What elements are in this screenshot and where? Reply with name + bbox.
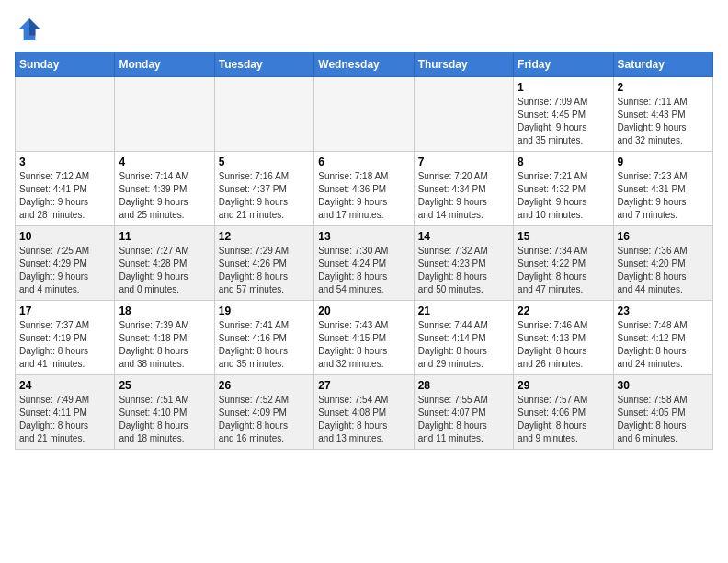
- weekday-header-saturday: Saturday: [613, 52, 712, 77]
- calendar-cell: 17Sunrise: 7:37 AM Sunset: 4:19 PM Dayli…: [16, 301, 115, 375]
- day-info: Sunrise: 7:11 AM Sunset: 4:43 PM Dayligh…: [618, 96, 709, 147]
- day-number: 11: [119, 230, 210, 243]
- day-number: 12: [219, 230, 310, 243]
- day-info: Sunrise: 7:14 AM Sunset: 4:39 PM Dayligh…: [119, 170, 210, 222]
- day-info: Sunrise: 7:29 AM Sunset: 4:26 PM Dayligh…: [219, 245, 310, 296]
- weekday-header-wednesday: Wednesday: [314, 52, 414, 77]
- calendar-cell: [16, 77, 115, 152]
- day-number: 25: [119, 379, 210, 392]
- week-row-4: 17Sunrise: 7:37 AM Sunset: 4:19 PM Dayli…: [16, 301, 713, 375]
- weekday-header-tuesday: Tuesday: [214, 52, 313, 77]
- day-number: 28: [418, 379, 509, 392]
- calendar-header: SundayMondayTuesdayWednesdayThursdayFrid…: [16, 52, 713, 77]
- calendar-cell: 6Sunrise: 7:18 AM Sunset: 4:36 PM Daylig…: [314, 152, 414, 226]
- calendar-cell: 21Sunrise: 7:44 AM Sunset: 4:14 PM Dayli…: [414, 301, 513, 375]
- calendar-cell: 16Sunrise: 7:36 AM Sunset: 4:20 PM Dayli…: [613, 226, 712, 301]
- day-number: 2: [618, 81, 709, 94]
- day-info: Sunrise: 7:57 AM Sunset: 4:06 PM Dayligh…: [518, 394, 609, 445]
- logo: [15, 15, 48, 44]
- day-number: 15: [518, 230, 609, 243]
- day-info: Sunrise: 7:30 AM Sunset: 4:24 PM Dayligh…: [318, 245, 409, 296]
- calendar-cell: 18Sunrise: 7:39 AM Sunset: 4:18 PM Dayli…: [115, 301, 214, 375]
- day-info: Sunrise: 7:55 AM Sunset: 4:07 PM Dayligh…: [418, 394, 509, 445]
- calendar-cell: 28Sunrise: 7:55 AM Sunset: 4:07 PM Dayli…: [414, 375, 513, 450]
- day-info: Sunrise: 7:32 AM Sunset: 4:23 PM Dayligh…: [418, 245, 509, 296]
- day-number: 16: [618, 230, 709, 243]
- calendar-cell: 2Sunrise: 7:11 AM Sunset: 4:43 PM Daylig…: [613, 77, 712, 152]
- calendar-cell: [314, 77, 414, 152]
- day-info: Sunrise: 7:27 AM Sunset: 4:28 PM Dayligh…: [119, 245, 210, 296]
- day-number: 10: [19, 230, 110, 243]
- day-number: 21: [418, 304, 509, 317]
- weekday-header-thursday: Thursday: [414, 52, 513, 77]
- day-info: Sunrise: 7:12 AM Sunset: 4:41 PM Dayligh…: [19, 170, 110, 222]
- calendar-cell: 26Sunrise: 7:52 AM Sunset: 4:09 PM Dayli…: [214, 375, 313, 450]
- day-number: 20: [318, 304, 409, 317]
- day-number: 5: [219, 155, 310, 168]
- day-number: 6: [318, 155, 409, 168]
- calendar-cell: 22Sunrise: 7:46 AM Sunset: 4:13 PM Dayli…: [514, 301, 613, 375]
- day-info: Sunrise: 7:21 AM Sunset: 4:32 PM Dayligh…: [518, 170, 609, 222]
- week-row-1: 1Sunrise: 7:09 AM Sunset: 4:45 PM Daylig…: [16, 77, 713, 152]
- svg-marker-1: [29, 18, 40, 35]
- calendar-cell: 29Sunrise: 7:57 AM Sunset: 4:06 PM Dayli…: [514, 375, 613, 450]
- day-number: 17: [19, 304, 110, 317]
- calendar-cell: 4Sunrise: 7:14 AM Sunset: 4:39 PM Daylig…: [115, 152, 214, 226]
- weekday-header-row: SundayMondayTuesdayWednesdayThursdayFrid…: [16, 52, 713, 77]
- day-number: 30: [618, 379, 709, 392]
- calendar-cell: 5Sunrise: 7:16 AM Sunset: 4:37 PM Daylig…: [214, 152, 313, 226]
- day-info: Sunrise: 7:46 AM Sunset: 4:13 PM Dayligh…: [518, 319, 609, 371]
- calendar-cell: 9Sunrise: 7:23 AM Sunset: 4:31 PM Daylig…: [613, 152, 712, 226]
- day-number: 26: [219, 379, 310, 392]
- calendar-cell: 10Sunrise: 7:25 AM Sunset: 4:29 PM Dayli…: [16, 226, 115, 301]
- day-number: 4: [119, 155, 210, 168]
- page-header: [15, 15, 713, 44]
- week-row-5: 24Sunrise: 7:49 AM Sunset: 4:11 PM Dayli…: [16, 375, 713, 450]
- calendar-cell: 11Sunrise: 7:27 AM Sunset: 4:28 PM Dayli…: [115, 226, 214, 301]
- calendar-cell: 23Sunrise: 7:48 AM Sunset: 4:12 PM Dayli…: [613, 301, 712, 375]
- logo-icon: [15, 15, 44, 44]
- day-number: 1: [518, 81, 609, 94]
- calendar-cell: 14Sunrise: 7:32 AM Sunset: 4:23 PM Dayli…: [414, 226, 513, 301]
- calendar-cell: 7Sunrise: 7:20 AM Sunset: 4:34 PM Daylig…: [414, 152, 513, 226]
- calendar-cell: 13Sunrise: 7:30 AM Sunset: 4:24 PM Dayli…: [314, 226, 414, 301]
- day-number: 14: [418, 230, 509, 243]
- day-number: 23: [618, 304, 709, 317]
- weekday-header-monday: Monday: [115, 52, 214, 77]
- calendar-body: 1Sunrise: 7:09 AM Sunset: 4:45 PM Daylig…: [16, 77, 713, 450]
- week-row-3: 10Sunrise: 7:25 AM Sunset: 4:29 PM Dayli…: [16, 226, 713, 301]
- day-number: 27: [318, 379, 409, 392]
- calendar-cell: 12Sunrise: 7:29 AM Sunset: 4:26 PM Dayli…: [214, 226, 313, 301]
- calendar-cell: [115, 77, 214, 152]
- calendar-cell: 1Sunrise: 7:09 AM Sunset: 4:45 PM Daylig…: [514, 77, 613, 152]
- weekday-header-friday: Friday: [514, 52, 613, 77]
- day-info: Sunrise: 7:16 AM Sunset: 4:37 PM Dayligh…: [219, 170, 310, 222]
- calendar-cell: 15Sunrise: 7:34 AM Sunset: 4:22 PM Dayli…: [514, 226, 613, 301]
- day-info: Sunrise: 7:18 AM Sunset: 4:36 PM Dayligh…: [318, 170, 409, 222]
- day-number: 7: [418, 155, 509, 168]
- day-info: Sunrise: 7:41 AM Sunset: 4:16 PM Dayligh…: [219, 319, 310, 371]
- day-info: Sunrise: 7:36 AM Sunset: 4:20 PM Dayligh…: [618, 245, 709, 296]
- day-info: Sunrise: 7:43 AM Sunset: 4:15 PM Dayligh…: [318, 319, 409, 371]
- calendar-cell: [414, 77, 513, 152]
- day-number: 13: [318, 230, 409, 243]
- day-info: Sunrise: 7:20 AM Sunset: 4:34 PM Dayligh…: [418, 170, 509, 222]
- day-info: Sunrise: 7:49 AM Sunset: 4:11 PM Dayligh…: [19, 394, 110, 445]
- day-info: Sunrise: 7:23 AM Sunset: 4:31 PM Dayligh…: [618, 170, 709, 222]
- day-number: 22: [518, 304, 609, 317]
- day-number: 29: [518, 379, 609, 392]
- day-number: 18: [119, 304, 210, 317]
- calendar-cell: 3Sunrise: 7:12 AM Sunset: 4:41 PM Daylig…: [16, 152, 115, 226]
- day-number: 8: [518, 155, 609, 168]
- day-number: 9: [618, 155, 709, 168]
- day-info: Sunrise: 7:34 AM Sunset: 4:22 PM Dayligh…: [518, 245, 609, 296]
- day-number: 3: [19, 155, 110, 168]
- day-info: Sunrise: 7:25 AM Sunset: 4:29 PM Dayligh…: [19, 245, 110, 296]
- day-number: 19: [219, 304, 310, 317]
- day-info: Sunrise: 7:44 AM Sunset: 4:14 PM Dayligh…: [418, 319, 509, 371]
- calendar-cell: 30Sunrise: 7:58 AM Sunset: 4:05 PM Dayli…: [613, 375, 712, 450]
- day-info: Sunrise: 7:58 AM Sunset: 4:05 PM Dayligh…: [618, 394, 709, 445]
- day-info: Sunrise: 7:09 AM Sunset: 4:45 PM Dayligh…: [518, 96, 609, 147]
- day-info: Sunrise: 7:39 AM Sunset: 4:18 PM Dayligh…: [119, 319, 210, 371]
- calendar-cell: 27Sunrise: 7:54 AM Sunset: 4:08 PM Dayli…: [314, 375, 414, 450]
